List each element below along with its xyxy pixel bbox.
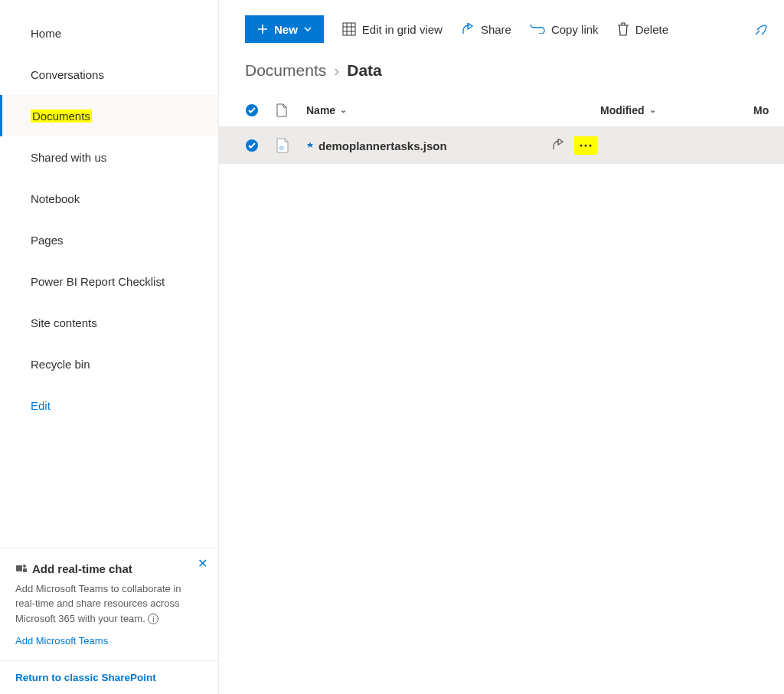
row-more-button[interactable] (574, 136, 597, 155)
sidebar-item-powerbi[interactable]: Power BI Report Checklist (0, 260, 218, 302)
pin-icon (755, 21, 769, 35)
chevron-down-icon: ⌄ (340, 105, 347, 115)
toolbar: New Edit in grid view Share Copy link De… (219, 0, 784, 58)
sidebar-item-label: Site contents (31, 316, 97, 329)
sidebar-item-pages[interactable]: Pages (0, 219, 218, 260)
sidebar-item-label: Notebook (31, 192, 80, 205)
svg-rect-3 (343, 23, 355, 35)
breadcrumb-parent[interactable]: Documents (245, 61, 326, 80)
check-circle-icon (245, 103, 259, 117)
delete-button[interactable]: Delete (617, 22, 668, 36)
teams-title: Add real-time chat (15, 562, 203, 575)
column-header-modifiedby[interactable]: Mo (753, 104, 769, 116)
trash-icon (617, 22, 629, 36)
sidebar: Home Conversations Documents Shared with… (0, 0, 219, 694)
classic-sharepoint-link[interactable]: Return to classic SharePoint (0, 660, 218, 694)
chevron-right-icon: › (334, 61, 339, 80)
svg-rect-2 (23, 568, 27, 572)
row-select-toggle[interactable] (245, 139, 276, 152)
svg-point-1 (23, 565, 26, 568)
sidebar-item-label: Shared with us (31, 151, 106, 164)
chevron-down-icon (304, 27, 312, 31)
pin-button[interactable] (755, 21, 769, 38)
sidebar-item-shared[interactable]: Shared with us (0, 136, 218, 178)
sidebar-edit-link[interactable]: Edit (0, 385, 218, 426)
column-header-modified[interactable]: Modified ⌄ (600, 104, 753, 116)
sidebar-item-conversations[interactable]: Conversations (0, 54, 218, 95)
column-header-name[interactable]: Name ⌄ (306, 104, 600, 116)
new-badge-icon (306, 142, 314, 149)
edit-grid-button[interactable]: Edit in grid view (342, 22, 443, 36)
main-content: New Edit in grid view Share Copy link De… (219, 0, 784, 694)
sidebar-item-documents[interactable]: Documents (0, 95, 218, 136)
sidebar-item-recyclebin[interactable]: Recycle bin (0, 343, 218, 385)
svg-point-7 (580, 145, 583, 147)
file-icon (276, 103, 288, 117)
teams-title-text: Add real-time chat (32, 562, 132, 575)
svg-point-9 (590, 145, 592, 147)
grid-icon (342, 22, 356, 36)
plus-icon (257, 24, 268, 34)
share-icon (461, 23, 475, 35)
share-button[interactable]: Share (461, 23, 511, 36)
sidebar-item-home[interactable]: Home (0, 12, 218, 54)
sidebar-item-sitecontents[interactable]: Site contents (0, 302, 218, 343)
svg-rect-0 (16, 565, 22, 571)
link-icon (530, 25, 545, 34)
teams-desc: Add Microsoft Teams to collaborate in re… (15, 581, 203, 627)
sidebar-item-label: Home (31, 27, 61, 40)
sidebar-item-label: Conversations (31, 68, 104, 81)
column-header-row: Name ⌄ Modified ⌄ Mo (219, 93, 784, 127)
chevron-down-icon: ⌄ (649, 105, 656, 115)
file-type-icon-cell: {/} (276, 138, 306, 153)
close-icon[interactable]: ✕ (198, 556, 207, 571)
row-share-button[interactable] (551, 139, 565, 153)
sidebar-item-label: Pages (31, 234, 64, 247)
sidebar-nav: Home Conversations Documents Shared with… (0, 0, 218, 548)
select-all-toggle[interactable] (245, 103, 276, 117)
column-header-type[interactable] (276, 103, 306, 117)
sidebar-item-label: Documents (31, 110, 92, 123)
teams-icon (15, 562, 28, 575)
file-row[interactable]: {/} demoplannertasks.json (219, 127, 784, 164)
breadcrumb: Documents › Data (219, 58, 784, 93)
svg-text:{/}: {/} (279, 146, 284, 150)
sidebar-edit-label: Edit (31, 399, 51, 412)
check-circle-icon (245, 139, 259, 152)
copy-link-button[interactable]: Copy link (530, 23, 599, 36)
breadcrumb-current: Data (347, 61, 382, 80)
info-icon[interactable]: i (148, 614, 158, 624)
json-file-icon: {/} (276, 138, 289, 153)
file-name-cell[interactable]: demoplannertasks.json (306, 139, 551, 152)
row-actions (551, 136, 597, 155)
teams-card: ✕ Add real-time chat Add Microsoft Teams… (0, 548, 218, 661)
more-horizontal-icon (580, 144, 592, 147)
sidebar-item-label: Power BI Report Checklist (31, 275, 165, 288)
share-icon (551, 139, 565, 151)
svg-point-8 (585, 145, 587, 147)
sidebar-item-notebook[interactable]: Notebook (0, 178, 218, 219)
add-teams-link[interactable]: Add Microsoft Teams (15, 635, 203, 647)
sidebar-item-label: Recycle bin (31, 358, 90, 371)
new-button[interactable]: New (245, 15, 324, 43)
